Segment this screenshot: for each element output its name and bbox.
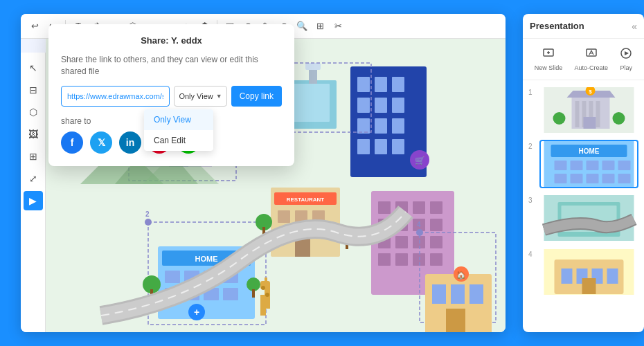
svg-rect-121 bbox=[575, 101, 580, 127]
svg-point-127 bbox=[553, 112, 566, 125]
svg-rect-11 bbox=[357, 139, 370, 154]
svg-rect-79 bbox=[430, 201, 442, 214]
panel-title: Presentation bbox=[530, 21, 584, 31]
svg-point-41 bbox=[145, 219, 152, 226]
svg-rect-90 bbox=[413, 253, 425, 266]
svg-rect-86 bbox=[413, 236, 425, 248]
svg-rect-87 bbox=[430, 236, 442, 248]
slide-number-1: 1 bbox=[528, 89, 535, 96]
svg-text:+: + bbox=[194, 307, 199, 318]
copy-link-button[interactable]: Copy link bbox=[231, 86, 282, 107]
svg-text:HOME: HOME bbox=[195, 255, 218, 263]
svg-rect-149 bbox=[562, 268, 573, 284]
svg-rect-139 bbox=[555, 174, 567, 183]
slide-item-3[interactable]: 3 bbox=[528, 194, 638, 242]
auto-create-icon bbox=[585, 47, 598, 62]
slides-list: 1 $ bbox=[523, 80, 644, 332]
svg-rect-137 bbox=[602, 161, 615, 170]
svg-rect-126 bbox=[584, 117, 596, 129]
linkedin-share-button[interactable]: in bbox=[119, 131, 141, 154]
svg-rect-76 bbox=[378, 201, 391, 214]
slide-thumb-3[interactable] bbox=[539, 194, 638, 242]
svg-rect-89 bbox=[395, 253, 408, 266]
scissors-icon[interactable]: ✂ bbox=[331, 19, 345, 33]
cursor-icon[interactable]: ↖ bbox=[24, 58, 43, 78]
play-button[interactable]: Play bbox=[616, 44, 636, 74]
svg-rect-135 bbox=[571, 161, 583, 170]
slide-thumb-4[interactable] bbox=[539, 248, 638, 296]
svg-rect-99 bbox=[446, 309, 465, 332]
svg-rect-10 bbox=[392, 118, 404, 134]
table-left-icon[interactable]: ⊞ bbox=[24, 147, 43, 166]
new-slide-button[interactable]: New Slide bbox=[530, 44, 567, 74]
svg-point-128 bbox=[613, 112, 625, 125]
svg-rect-66 bbox=[278, 210, 290, 223]
share-link-input[interactable] bbox=[61, 86, 170, 107]
svg-text:🛒: 🛒 bbox=[415, 155, 425, 165]
undo-icon[interactable]: ↩ bbox=[28, 19, 42, 33]
svg-rect-5 bbox=[357, 98, 370, 113]
svg-point-93 bbox=[416, 229, 423, 236]
svg-rect-12 bbox=[375, 139, 387, 154]
new-slide-label: New Slide bbox=[535, 64, 563, 71]
present-left-icon[interactable]: ▶ bbox=[24, 191, 43, 210]
svg-rect-143 bbox=[618, 174, 631, 183]
svg-rect-105 bbox=[265, 277, 267, 286]
slide-thumb-1[interactable]: $ bbox=[539, 86, 638, 134]
image-left-icon[interactable]: 🖼 bbox=[24, 125, 43, 144]
svg-text:RESTAURANT: RESTAURANT bbox=[287, 197, 325, 203]
left-toolbar: ↖ ⊟ ⬡ 🖼 ⊞ ⤢ ▶ bbox=[21, 53, 46, 332]
svg-marker-117 bbox=[625, 51, 629, 55]
share-dialog-title: Share: Y. eddx bbox=[61, 35, 282, 46]
dropdown-arrow-icon: ▼ bbox=[216, 93, 222, 100]
can-edit-option[interactable]: Can Edit bbox=[144, 130, 213, 151]
svg-point-107 bbox=[265, 293, 269, 297]
svg-rect-98 bbox=[469, 284, 483, 304]
slide-item-1[interactable]: 1 $ bbox=[528, 86, 638, 134]
permission-dropdown-menu: Only View Can Edit bbox=[144, 109, 213, 151]
play-label: Play bbox=[620, 64, 633, 71]
grid-icon[interactable]: ⊞ bbox=[313, 19, 327, 33]
slide-thumb-2[interactable]: HOME bbox=[539, 140, 638, 188]
slide-number-3: 3 bbox=[528, 197, 535, 204]
svg-rect-138 bbox=[618, 161, 631, 170]
svg-rect-91 bbox=[430, 253, 442, 266]
new-slide-icon bbox=[542, 47, 555, 62]
dropdown-label: Only View bbox=[179, 92, 213, 100]
auto-create-button[interactable]: Auto-Create bbox=[571, 44, 613, 74]
zoom-icon[interactable]: 🔍 bbox=[295, 19, 309, 33]
svg-rect-9 bbox=[375, 118, 387, 134]
svg-rect-78 bbox=[413, 201, 425, 214]
svg-rect-53 bbox=[223, 288, 238, 300]
slide-number-2: 2 bbox=[528, 143, 535, 150]
svg-rect-88 bbox=[378, 253, 391, 266]
svg-text:$: $ bbox=[589, 89, 592, 95]
svg-rect-152 bbox=[607, 268, 618, 284]
share-description: Share the link to others, and they can v… bbox=[61, 54, 282, 78]
expand-left-icon[interactable]: ⤢ bbox=[24, 169, 43, 188]
share-dialog: Share: Y. eddx Share the link to others,… bbox=[48, 24, 294, 166]
twitter-share-button[interactable]: 𝕏 bbox=[90, 131, 112, 154]
svg-rect-4 bbox=[392, 77, 404, 92]
shapes-left-icon[interactable]: ⬡ bbox=[24, 102, 43, 122]
svg-rect-141 bbox=[587, 174, 599, 183]
svg-point-106 bbox=[261, 286, 265, 290]
svg-text:4: 4 bbox=[417, 221, 421, 228]
slide-item-2[interactable]: 2 HOME bbox=[528, 140, 638, 188]
auto-create-label: Auto-Create bbox=[575, 64, 609, 71]
svg-text:2: 2 bbox=[145, 210, 150, 218]
svg-rect-3 bbox=[375, 77, 387, 92]
panel-collapse-icon[interactable]: « bbox=[632, 21, 637, 32]
layers-left-icon[interactable]: ⊟ bbox=[24, 80, 43, 100]
svg-rect-2 bbox=[357, 77, 370, 92]
only-view-option[interactable]: Only View bbox=[144, 109, 213, 130]
panel-header: Presentation « bbox=[523, 14, 644, 39]
slide-item-4[interactable]: 4 bbox=[528, 248, 638, 296]
panel-toolbar: New Slide Auto-Create Play bbox=[523, 39, 644, 80]
svg-rect-13 bbox=[392, 139, 404, 154]
facebook-share-button[interactable]: f bbox=[61, 131, 83, 154]
svg-text:🏠: 🏠 bbox=[456, 270, 466, 280]
svg-rect-142 bbox=[602, 174, 615, 183]
right-panel: Presentation « New Slide bbox=[523, 14, 644, 332]
share-permission-dropdown[interactable]: Only View ▼ bbox=[174, 86, 226, 107]
